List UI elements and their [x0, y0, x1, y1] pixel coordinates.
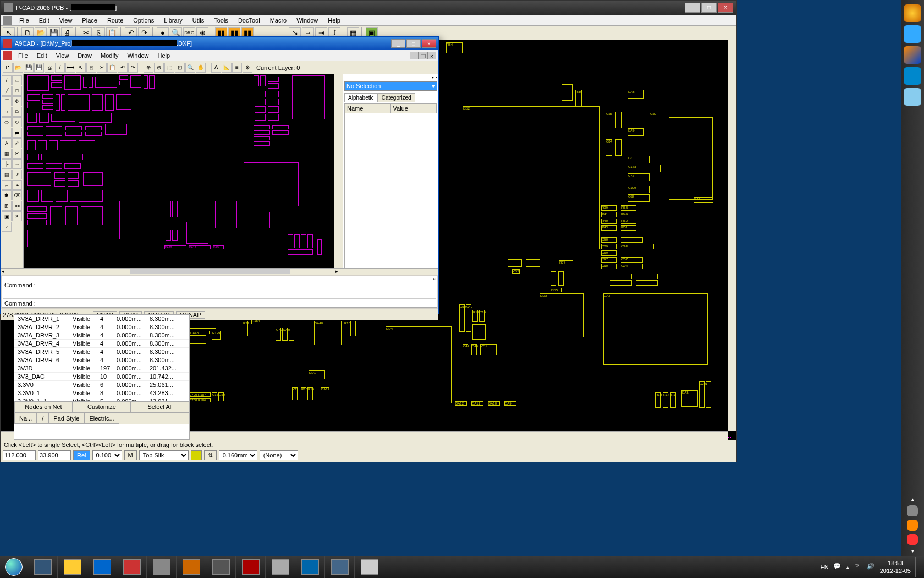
net-row[interactable]: 3V3A_DRVR_6Visible40.000m...8.300m...	[14, 356, 189, 364]
pcad-close-button[interactable]: ×	[718, 3, 733, 13]
pcad-menu-library[interactable]: Library	[160, 16, 187, 25]
pcad-maximize-button[interactable]: □	[701, 3, 717, 13]
selectall-button[interactable]: Select All	[131, 401, 189, 412]
a9-zoomext-icon[interactable]: ⊡	[175, 63, 185, 73]
pcad-grid-select[interactable]: 0.100	[92, 450, 122, 460]
a9t-erase-icon[interactable]: ⌫	[12, 190, 22, 200]
pcad-coord-y[interactable]	[38, 450, 71, 460]
a9-open-icon[interactable]: 📂	[13, 63, 23, 73]
a9t-cross-icon[interactable]: ✕	[12, 211, 22, 221]
a9-mdi-restore[interactable]: ❐	[419, 52, 427, 59]
a9-copy-icon[interactable]: ⎘	[86, 63, 96, 73]
net-row[interactable]: 3V3_DACVisible100.000m...10.742...	[14, 373, 189, 381]
a9-mdi-min[interactable]: _	[410, 52, 419, 59]
a9t-line-icon[interactable]: /	[2, 75, 12, 85]
net-row[interactable]: 3.3V0_1Visible80.000m...43.283...	[14, 389, 189, 397]
a9-paste-icon[interactable]: 📋	[107, 63, 117, 73]
net-row[interactable]: 3.3V0Visible60.000m...25.061...	[14, 381, 189, 389]
a9t-extend-icon[interactable]: →	[12, 159, 22, 169]
a9-menu-modify[interactable]: Modify	[96, 51, 123, 60]
a9-hsb-right-icon[interactable]: ▸	[336, 269, 338, 274]
show-desktop-button[interactable]	[915, 557, 920, 577]
dock-app5-icon[interactable]	[904, 88, 921, 106]
task-item-12[interactable]	[354, 556, 384, 578]
a9-canvas[interactable]: DA12 DA12 DA9	[24, 74, 343, 268]
a9-new-icon[interactable]: 🗋	[3, 63, 13, 73]
a9t-ellipse-icon[interactable]: ⬭	[2, 117, 12, 127]
net-list[interactable]: 3V3A_DRVR_1Visible40.000m...8.300m...3V3…	[14, 315, 189, 401]
a9-save-icon[interactable]: 💾	[24, 63, 34, 73]
dock-arrow-up-icon[interactable]: ▴	[911, 497, 914, 502]
pcad-via-select[interactable]: (None)	[260, 450, 298, 460]
task-item-10[interactable]	[295, 556, 324, 578]
a9-menu-edit[interactable]: Edit	[32, 51, 52, 60]
a9-menu-window[interactable]: Window	[123, 51, 153, 60]
a9-command-input[interactable]	[3, 290, 436, 299]
pcad-menu-macro[interactable]: Macro	[266, 16, 292, 25]
task-item-8[interactable]	[235, 556, 265, 578]
a9-prop-close-icon[interactable]: ×	[435, 75, 438, 80]
task-item-11[interactable]	[324, 556, 354, 578]
a9-hsb-left-icon[interactable]: ◂	[2, 269, 4, 274]
a9-selection-dropdown[interactable]: No Selection▾	[344, 81, 437, 91]
a9-cmd-close-icon[interactable]: ×	[433, 276, 436, 281]
a9-line-icon[interactable]: /	[55, 63, 65, 73]
a9t-last-icon[interactable]: ⟋	[2, 222, 12, 232]
net-row[interactable]: 3V3A_DRVR_1Visible40.000m...8.300m...	[14, 315, 189, 323]
a9t-rotate-icon[interactable]: ↻	[12, 117, 22, 127]
a9t-circle-icon[interactable]: ○	[2, 107, 12, 117]
net-row[interactable]: 3V3A_DRVR_2Visible40.000m...8.300m...	[14, 323, 189, 331]
pcad-menu-edit[interactable]: Edit	[35, 16, 54, 25]
pcad-menu-file[interactable]: File	[15, 16, 34, 25]
net-row[interactable]: 3V3DVisible1970.000m...201.432...	[14, 364, 189, 373]
task-item-4[interactable]	[117, 556, 146, 578]
a9t-join-icon[interactable]: ⫘	[12, 201, 22, 211]
a9t-square-icon[interactable]: □	[12, 86, 22, 96]
pcad-coord-x[interactable]	[3, 450, 36, 460]
a9-maximize-button[interactable]: □	[406, 39, 421, 48]
customize-button[interactable]: Customize	[73, 401, 131, 412]
a9t-array-icon[interactable]: ⊞	[2, 201, 12, 211]
a9t-move-icon[interactable]: ✥	[12, 96, 22, 106]
a9t-rect-icon[interactable]: ▭	[12, 75, 22, 85]
tray-volume-icon[interactable]: 🔊	[867, 563, 876, 571]
pcad-menu-utils[interactable]: Utils	[188, 16, 208, 25]
dock-firefox-icon[interactable]	[904, 46, 921, 64]
col-pad[interactable]: Pad Style	[48, 413, 84, 424]
task-item-9[interactable]	[265, 556, 295, 578]
pcad-layer-color[interactable]	[191, 450, 202, 460]
a9t-scale-icon[interactable]: ⤢	[12, 138, 22, 148]
a9-close-button[interactable]: ×	[422, 39, 436, 48]
a9t-mirror-icon[interactable]: ⇄	[12, 128, 22, 138]
a9t-trim-icon[interactable]: ✂	[12, 149, 22, 159]
task-item-3[interactable]	[87, 556, 117, 578]
pcad-m-button[interactable]: M	[124, 450, 137, 460]
a9-cut-icon[interactable]: ✂	[97, 63, 107, 73]
tray-flag-icon[interactable]: 🏳	[854, 563, 862, 571]
a9-pan-icon[interactable]: ✋	[196, 63, 206, 73]
task-item-7[interactable]	[206, 556, 235, 578]
a9t-dim2-icon[interactable]: ▤	[2, 170, 12, 179]
pcad-menu-options[interactable]: Options	[129, 16, 158, 25]
dock-arrow-down-icon[interactable]: ▾	[911, 548, 914, 556]
a9t-dim1-icon[interactable]: ├	[2, 159, 12, 169]
a9-undo-icon[interactable]: ↶	[118, 63, 128, 73]
a9-print-icon[interactable]: 🖨	[45, 63, 54, 73]
a9-redo-icon[interactable]: ↷	[128, 63, 138, 73]
pcad-menu-route[interactable]: Route	[103, 16, 128, 25]
pcad-menu-window[interactable]: Window	[292, 16, 322, 25]
dock-app1-icon[interactable]	[904, 4, 921, 22]
a9-mdi-close[interactable]: ×	[427, 52, 436, 59]
a9-prop-arrow-icon[interactable]: ▸	[432, 75, 434, 80]
a9t-hatch-icon[interactable]: ▦	[2, 149, 12, 159]
pcad-menu-tools[interactable]: Tools	[210, 16, 233, 25]
task-item-6[interactable]	[176, 556, 206, 578]
a9-zoomwin-icon[interactable]: ⬚	[164, 63, 174, 73]
dock-small1-icon[interactable]	[907, 505, 918, 516]
pcad-rel-button[interactable]: Rel	[73, 450, 90, 460]
pcad-updown-button[interactable]: ⇅	[204, 450, 217, 460]
clock[interactable]: 18:53 2012-12-05	[880, 559, 911, 575]
col-name[interactable]: Na...	[14, 413, 37, 424]
col-elec[interactable]: Electric...	[84, 413, 119, 424]
net-row[interactable]: 3V3A_DRVR_4Visible40.000m...8.300m...	[14, 340, 189, 348]
